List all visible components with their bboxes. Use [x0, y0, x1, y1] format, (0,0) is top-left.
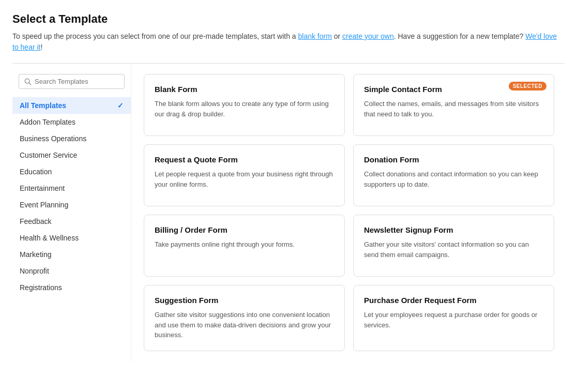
template-card[interactable]: Donation FormCollect donations and conta… [353, 144, 554, 206]
sidebar-item-business-operations[interactable]: Business Operations [12, 130, 131, 147]
page-wrapper: Select a Template To speed up the proces… [0, 0, 577, 361]
search-icon [24, 78, 32, 85]
sidebar-item-all-templates[interactable]: All Templates✓ [12, 97, 131, 114]
search-input[interactable] [35, 78, 119, 85]
sidebar-item-entertainment[interactable]: Entertainment [12, 180, 131, 197]
blank-form-link[interactable]: blank form [298, 32, 332, 40]
sidebar-item-label: Nonprofit [20, 267, 49, 275]
sidebar-item-label: Customer Service [20, 151, 77, 159]
template-grid: Blank FormThe blank form allows you to c… [144, 74, 554, 351]
sidebar-item-registrations[interactable]: Registrations [12, 279, 131, 296]
subtitle-text-before: To speed up the process you can select f… [12, 32, 298, 40]
search-box[interactable] [19, 74, 125, 89]
template-card[interactable]: Purchase Order Request FormLet your empl… [353, 285, 554, 351]
selected-badge: SELECTED [509, 82, 546, 91]
template-card-title: Purchase Order Request Form [364, 296, 543, 305]
sidebar: All Templates✓Addon TemplatesBusiness Op… [12, 64, 131, 361]
sidebar-item-label: Feedback [20, 217, 51, 225]
sidebar-item-nonprofit[interactable]: Nonprofit [12, 263, 131, 279]
sidebar-item-customer-service[interactable]: Customer Service [12, 147, 131, 163]
sidebar-item-education[interactable]: Education [12, 163, 131, 180]
template-card-title: Billing / Order Form [155, 225, 334, 234]
template-area: Blank FormThe blank form allows you to c… [131, 64, 565, 361]
template-card[interactable]: Suggestion FormGather site visitor sugge… [144, 285, 345, 351]
sidebar-item-label: Education [20, 168, 52, 176]
sidebar-nav: All Templates✓Addon TemplatesBusiness Op… [12, 97, 131, 296]
sidebar-item-feedback[interactable]: Feedback [12, 213, 131, 230]
subtitle-text-after: . Have a suggestion for a new template? [394, 32, 525, 40]
template-card-title: Newsletter Signup Form [364, 225, 543, 234]
template-card-desc: The blank form allows you to create any … [155, 99, 334, 119]
template-card-desc: Gather site visitor suggestions into one… [155, 310, 334, 340]
sidebar-item-marketing[interactable]: Marketing [12, 246, 131, 263]
sidebar-item-label: Entertainment [20, 184, 65, 192]
sidebar-item-label: Event Planning [20, 201, 68, 209]
sidebar-item-label: Business Operations [20, 134, 86, 143]
sidebar-item-label: All Templates [20, 101, 66, 110]
sidebar-item-health-and-wellness[interactable]: Health & Wellness [12, 230, 131, 246]
active-checkmark: ✓ [117, 101, 124, 110]
template-card-title: Donation Form [364, 155, 543, 164]
template-card-desc: Take payments online right through your … [155, 239, 334, 250]
template-card[interactable]: Simple Contact FormCollect the names, em… [353, 74, 554, 136]
main-layout: All Templates✓Addon TemplatesBusiness Op… [12, 64, 565, 361]
sidebar-item-label: Health & Wellness [20, 234, 79, 242]
svg-line-1 [29, 83, 31, 85]
sidebar-item-label: Marketing [20, 250, 51, 259]
template-card-desc: Let your employees request a purchase or… [364, 310, 543, 330]
subtitle-text-mid: or [332, 32, 342, 40]
template-card-desc: Collect donations and contact informatio… [364, 169, 543, 189]
subtitle-text-end: ! [40, 43, 42, 51]
page-title: Select a Template [12, 12, 565, 26]
template-card-title: Request a Quote Form [155, 155, 334, 164]
template-card[interactable]: Request a Quote FormLet people request a… [144, 144, 345, 206]
template-card[interactable]: Blank FormThe blank form allows you to c… [144, 74, 345, 136]
create-own-link[interactable]: create your own [342, 32, 394, 40]
sidebar-item-label: Registrations [20, 283, 62, 292]
template-card-desc: Collect the names, emails, and messages … [364, 99, 543, 119]
sidebar-item-label: Addon Templates [20, 118, 75, 126]
sidebar-item-addon-templates[interactable]: Addon Templates [12, 114, 131, 130]
template-card-desc: Gather your site visitors' contact infor… [364, 239, 543, 260]
template-card[interactable]: Billing / Order FormTake payments online… [144, 215, 345, 277]
template-card-desc: Let people request a quote from your bus… [155, 169, 334, 189]
sidebar-item-event-planning[interactable]: Event Planning [12, 197, 131, 213]
template-card-title: Blank Form [155, 85, 334, 94]
page-subtitle: To speed up the process you can select f… [12, 31, 565, 53]
template-card[interactable]: Newsletter Signup FormGather your site v… [353, 215, 554, 277]
template-card-title: Suggestion Form [155, 296, 334, 305]
